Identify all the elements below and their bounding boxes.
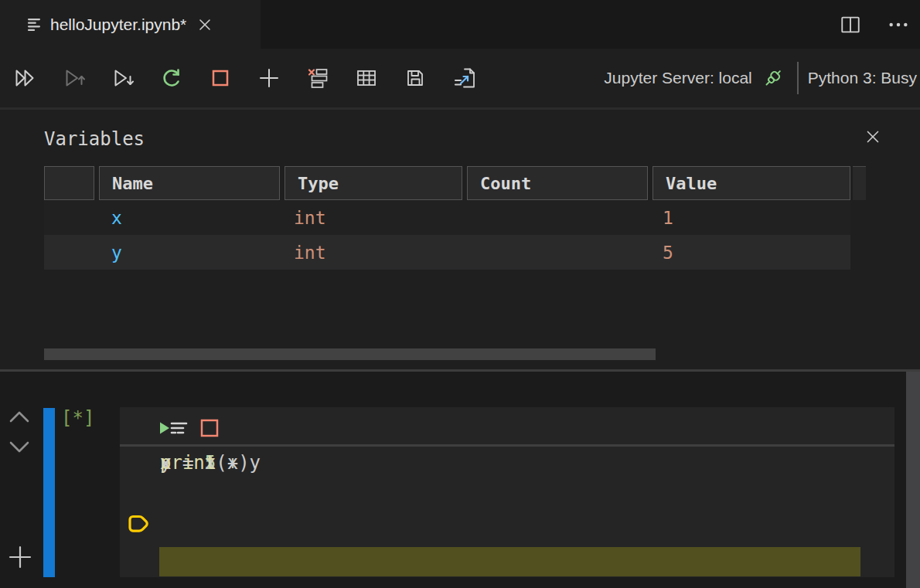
add-cell-icon[interactable] <box>257 66 281 90</box>
run-below-icon[interactable] <box>111 66 135 90</box>
python-kernel-status[interactable]: Python 3: Busy <box>808 69 917 87</box>
close-icon[interactable] <box>196 15 214 34</box>
variable-explorer-icon[interactable] <box>355 66 378 90</box>
variable-value: 1 <box>663 200 673 235</box>
run-all-icon[interactable] <box>13 66 36 90</box>
column-header-value: Value <box>653 166 850 200</box>
notebook-cell-area: [*] <box>0 372 920 588</box>
cell-toolbar <box>120 407 894 447</box>
code-token: print <box>160 452 216 474</box>
code-token: (x) <box>216 452 249 474</box>
table-row[interactable]: y int 5 <box>44 235 850 270</box>
column-header-name: Name <box>99 166 280 200</box>
restart-kernel-icon[interactable] <box>160 66 183 90</box>
table-row[interactable]: x int 1 <box>44 200 850 235</box>
variables-panel-title: Variables <box>44 128 145 150</box>
ellipsis-icon[interactable] <box>888 14 909 36</box>
notebook-toolbar: Jupyter Server: local Python 3: Busy <box>0 49 920 110</box>
chevron-up-icon[interactable] <box>7 408 32 427</box>
debug-current-line-highlight <box>159 547 860 576</box>
close-icon[interactable] <box>863 127 883 147</box>
chevron-down-icon[interactable] <box>7 437 32 456</box>
vscode-notebook-window: helloJupyter.ipynb* <box>0 0 920 588</box>
export-icon[interactable] <box>452 66 475 90</box>
variable-name: y <box>111 235 122 270</box>
editor-actions <box>840 0 909 49</box>
code-line: print(x) <box>120 449 894 478</box>
tab-hellojupyter[interactable]: helloJupyter.ipynb* <box>0 0 261 49</box>
execution-count-label: [*] <box>61 407 94 429</box>
variable-name: x <box>111 200 122 235</box>
column-header-type: Type <box>285 166 462 200</box>
column-header-select <box>44 166 94 200</box>
variables-panel: Variables Name Type Count Value x int 1 … <box>0 110 920 369</box>
interrupt-kernel-icon[interactable] <box>209 66 232 90</box>
plug-icon[interactable] <box>762 66 785 90</box>
cell-focus-bar[interactable] <box>43 408 55 577</box>
code-cell[interactable]: x = 1 y = 5 x = x + y print(x) <box>120 407 894 577</box>
notebook-icon <box>24 15 44 35</box>
run-by-line-icon[interactable] <box>157 416 189 440</box>
jupyter-server-status[interactable]: Jupyter Server: local <box>604 69 751 87</box>
tab-bar: helloJupyter.ipynb* <box>0 0 920 49</box>
variable-type: int <box>294 235 326 270</box>
variable-type: int <box>294 200 326 235</box>
stop-icon[interactable] <box>198 416 221 440</box>
clear-outputs-icon[interactable] <box>306 66 329 90</box>
variable-value: 5 <box>663 235 673 270</box>
table-scrollbar-gutter <box>853 166 866 200</box>
split-editor-icon[interactable] <box>840 14 861 36</box>
tab-title: helloJupyter.ipynb* <box>50 15 186 34</box>
horizontal-scrollbar[interactable] <box>44 348 656 360</box>
kernel-status-area: Jupyter Server: local Python 3: Busy <box>604 49 920 107</box>
run-above-icon[interactable] <box>63 66 86 90</box>
column-header-count: Count <box>467 166 648 200</box>
divider <box>797 62 799 94</box>
save-icon[interactable] <box>404 66 427 90</box>
vertical-scrollbar[interactable] <box>906 372 920 588</box>
cell-code-editor[interactable]: x = 1 y = 5 x = x + y print(x) <box>120 449 894 577</box>
insert-cell-icon[interactable] <box>8 545 32 569</box>
debug-stackframe-pointer-icon <box>127 513 152 536</box>
